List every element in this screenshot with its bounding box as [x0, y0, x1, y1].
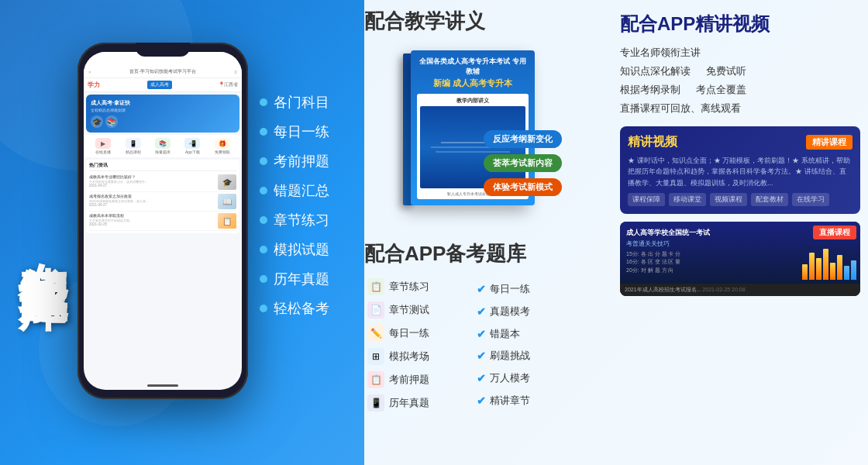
check-item-2: ✔ 真题模考 — [477, 302, 581, 321]
check-item-4: ✔ 刷题挑战 — [477, 346, 581, 365]
study-item-daily: ✏️ 每日一练 — [364, 322, 469, 345]
video-card-desc: ★ 课时话中，知识点全面；★ 万能模板，考前刷题！★ 系统精讲，帮助把握历年命题… — [628, 155, 852, 188]
study-item-past-exam: 📱 历年真题 — [364, 391, 469, 415]
phone-mockup: × 首页-学习知识技能考试学习平台 ≡ 学力 成人高考 📍江西省 成人高考·拿证… — [78, 12, 248, 453]
live-bottom-text: 2021年成人高校招生考试报名... — [625, 287, 702, 292]
feature-item-2: 每日一练 — [260, 122, 329, 141]
study-icon-chapter-practice: 📋 — [367, 278, 384, 295]
phone-banner: 成人高考·拿证快 全程精品名师规划课 🎓 📚 — [86, 95, 239, 133]
check-icon-2: ✔ — [477, 305, 486, 318]
live-badge: 直播课程 — [813, 226, 856, 239]
book-top-text: 全国各类成人高考专升本考试 专用教辅 — [417, 57, 529, 76]
feature-dot-1 — [260, 98, 267, 106]
study-icon-chapter-test: 📄 — [367, 301, 384, 319]
feature-dot-3 — [260, 157, 267, 165]
video-tag-5: 在线学习 — [792, 193, 829, 206]
study-icon-preexam: 📋 — [367, 371, 384, 388]
check-icon-3: ✔ — [477, 328, 486, 340]
phone-banner-icons: 🎓 📚 — [91, 115, 235, 128]
bar-8 — [851, 260, 856, 280]
check-text-2: 真题模考 — [490, 305, 530, 319]
feature-dot-2 — [260, 128, 267, 136]
feature-text-2-1: 知识点深化解读 — [620, 64, 691, 78]
live-card-subtitle-text: 考普通关关技巧 — [626, 239, 798, 248]
phone-icon-bank: 📚 海量题库 — [155, 138, 170, 154]
video-tag-3: 视频课程 — [710, 193, 747, 206]
phone-news-content-1: 成教高本专业哪些比较好？ 个不同的专业需要多少分，这的话哪些可... 2021-… — [89, 174, 215, 188]
video-card-header: 精讲视频 精讲课程 — [628, 134, 852, 150]
book-inner-title: 教学内部讲义 — [420, 97, 525, 105]
phone-banner-grad-icon: 🎓 — [91, 115, 103, 128]
bar-3 — [816, 258, 822, 280]
book-series: 新编 成人高考专升本 — [417, 78, 529, 89]
study-text-preexam: 考前押题 — [389, 373, 429, 387]
video-card-tags: 课程保障 移动课堂 视频课程 配套教材 在线学习 — [628, 193, 852, 206]
phone-news-date-2: 2021-04-27 — [89, 203, 215, 207]
check-item-6: ✔ 精讲章节 — [477, 391, 581, 410]
phone-menu: ≡ — [234, 70, 237, 74]
phone-news: 热门资讯 成教高本专业哪些比较好？ 个不同的专业需要多少分，这的话哪些可... … — [86, 160, 239, 233]
feature-dot-4 — [260, 187, 267, 195]
phone-news-img-2: 📖 — [218, 194, 236, 209]
phone-url: 首页-学习知识技能考试学习平台 — [129, 69, 196, 74]
live-chart — [802, 249, 856, 280]
phone-news-img-1: 🎓 — [218, 174, 236, 190]
bar-5 — [830, 263, 835, 280]
feature-item-7: 历年真题 — [260, 270, 329, 288]
phone-icon-free-label: 免费领取 — [215, 150, 230, 154]
phone-icon-live-label: 在线直播 — [95, 150, 111, 154]
phone-logo: 学力 — [88, 81, 100, 89]
study-icon-past-exam: 📱 — [367, 394, 384, 412]
check-item-1: ✔ 每日一练 — [477, 280, 581, 298]
live-card: 成人高等学校全国统一考试 考普通关关技巧 15分: 各 出 分 题 卡 分16分… — [620, 222, 860, 296]
video-card-badge: 精讲课程 — [806, 135, 852, 150]
study-item-mock: ⊞ 模拟考场 — [364, 345, 469, 368]
study-text-chapter-test: 章节测试 — [389, 303, 429, 317]
phone-news-date-1: 2021-04-27 — [89, 184, 215, 188]
phone-icon-free: 🎁 免费领取 — [215, 138, 230, 154]
phone-close: × — [88, 70, 91, 74]
feature-label-3: 考前押题 — [274, 152, 329, 170]
phone-nav: 学力 成人高考 📍江西省 — [84, 78, 242, 92]
study-text-mock: 模拟考场 — [389, 350, 429, 363]
check-item-3: ✔ 错题本 — [477, 325, 581, 343]
study-text-daily: 每日一练 — [389, 326, 429, 340]
app-video-section: 配合APP精讲视频 专业名师领衔主讲 知识点深化解读 免费试听 根据考纲录制 考… — [620, 12, 860, 296]
feature-text-3-2: 考点全覆盖 — [696, 83, 746, 97]
study-right-col: ✔ 每日一练 ✔ 真题模考 ✔ 错题本 ✔ 刷题挑战 ✔ 万人模考 ✔ 精讲章节 — [477, 275, 581, 415]
feature-text-3-1: 根据考纲录制 — [620, 83, 680, 97]
phone-news-img-3: 📋 — [218, 213, 236, 229]
phone-icon-app-label: App下载 — [185, 150, 200, 154]
feature-item-3: 考前押题 — [260, 152, 329, 170]
feature-text-2-2: 免费试听 — [706, 64, 746, 78]
feature-list: 各门科目 每日一练 考前押题 错题汇总 章节练习 模拟试题 历年真题 轻松备考 — [260, 93, 329, 318]
live-card-img: 成人高等学校全国统一考试 考普通关关技巧 15分: 各 出 分 题 卡 分16分… — [620, 222, 860, 284]
feature-dot-6 — [260, 246, 267, 253]
phone-location: 📍江西省 — [219, 81, 238, 88]
feature-item-6: 模拟试题 — [260, 240, 329, 259]
phone-icons-row: ▶ 在线直播 📱 精品课程 📚 海量题库 📲 App下载 🎁 免费领 — [84, 135, 242, 157]
phone-news-item-1: 成教高本专业哪些比较好？ 个不同的专业需要多少分，这的话哪些可... 2021-… — [89, 173, 236, 192]
phone-icon-live: ▶ 在线直播 — [95, 138, 111, 154]
feature-item-5: 章节练习 — [260, 211, 329, 229]
study-bank-section: 配合APP备考题库 📋 章节练习 📄 章节测试 ✏️ 每日一练 ⊞ 模拟考场 📋 — [364, 240, 581, 415]
phone-news-content-2: 成考报名政策之加分政策 2021年成考报名政策之加分政策，成人高... 2021… — [89, 194, 215, 207]
phone-icon-course-circle: 📱 — [126, 138, 141, 149]
bar-1 — [802, 264, 808, 280]
teaching-title: 配合教学讲义 — [364, 8, 581, 35]
study-item-chapter-practice: 📋 章节练习 — [364, 275, 469, 298]
check-icon-1: ✔ — [477, 283, 486, 295]
badge-3: 体验考试新模式 — [484, 178, 562, 196]
bar-4 — [823, 249, 828, 280]
phone-news-title: 热门资讯 — [89, 162, 236, 171]
phone-banner-book-icon: 📚 — [105, 115, 118, 128]
phone-news-content-3: 成教高本本录取流程 下才有学考生对于应该这方面... 2021-02-25 — [89, 213, 215, 226]
feature-row-4: 直播课程可回放、离线观看 — [620, 102, 860, 115]
live-card-numbers: 15分: 各 出 分 题 卡 分16分: 各 区 变 法 区 量20分: 对 解… — [626, 250, 798, 275]
phone-banner-title: 成人高考·拿证快 — [91, 99, 235, 107]
live-card-text-area: 成人高等学校全国统一考试 考普通关关技巧 15分: 各 出 分 题 卡 分16分… — [626, 228, 798, 274]
app-video-title: 配合APP精讲视频 — [620, 12, 860, 36]
check-item-5: ✔ 万人模考 — [477, 369, 581, 388]
video-card-title: 精讲视频 — [628, 134, 677, 150]
feature-item-8: 轻松备考 — [260, 299, 329, 318]
